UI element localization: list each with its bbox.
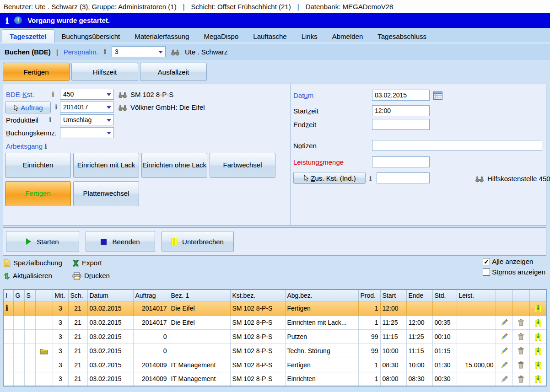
delete-row-button[interactable] — [512, 358, 529, 372]
column-header-datum[interactable]: Datum — [87, 290, 133, 301]
tab-materialerfassung[interactable]: Materialerfassung — [127, 30, 196, 43]
column-header-abgbez[interactable]: Abg.bez. — [285, 290, 358, 301]
column-header-prod[interactable]: Prod. — [358, 290, 380, 301]
document-icon — [4, 258, 11, 267]
cell-prod: 1 — [358, 358, 380, 372]
tab-megadispo[interactable]: MegaDispo — [196, 30, 246, 43]
cell-i — [3, 358, 13, 372]
grid-toolbar: SpezialbuchungExportAktualisierenDrucken… — [3, 258, 546, 288]
cell-abgbez: Fertigen — [285, 358, 358, 372]
bde-kst-lookup: SM 102 8-P-S — [119, 91, 173, 98]
calendar-icon[interactable] — [433, 91, 442, 100]
column-header-start[interactable]: Start — [380, 290, 406, 301]
tab-lauftasche[interactable]: Lauftasche — [246, 30, 294, 43]
delete-row-button[interactable] — [512, 315, 529, 329]
edit-row-button[interactable] — [496, 315, 512, 329]
table-row[interactable]: 32103.02.20150SM 102 8-P-SPutzen9911:151… — [3, 329, 547, 344]
column-header-mit[interactable]: Mit. — [53, 290, 68, 301]
auftrag-button[interactable]: Auftrag — [5, 102, 51, 113]
info-icon: i — [44, 143, 47, 150]
cell-ende: 11:25 — [406, 329, 432, 344]
checkbox-alle-anzeigen[interactable]: ✓Alle anzeigen — [483, 258, 533, 265]
arbeitsgang-button-einrichten-ohne-lack[interactable]: Einrichten ohne Lack — [141, 153, 207, 178]
insert-break-button[interactable] — [529, 358, 547, 372]
insert-break-icon — [535, 347, 541, 355]
unterbrechen-button[interactable]: Unterbrechen — [162, 231, 234, 252]
arbeitsgang-button-farbwechsel[interactable]: Farbwechsel — [210, 153, 275, 178]
column-header-std[interactable]: Std. — [432, 290, 457, 301]
column-header-bez1[interactable]: Bez. 1 — [169, 290, 230, 301]
chevron-down-icon — [107, 119, 111, 122]
info-icon: i — [5, 16, 9, 26]
edit-row-button[interactable] — [496, 372, 512, 386]
checkbox-label: Stornos anzeigen — [492, 268, 545, 276]
export-button[interactable]: Export — [72, 258, 110, 267]
arbeitsgang-button-einrichten[interactable]: Einrichten — [5, 153, 71, 178]
column-header-g[interactable]: G — [13, 290, 24, 301]
checkbox-checked-icon[interactable]: ✓ — [483, 258, 490, 265]
mode-button-hilfszeit[interactable]: Hilfszeit — [71, 63, 138, 81]
insert-break-button[interactable] — [529, 344, 547, 358]
delete-row-button[interactable] — [512, 329, 529, 344]
cell-auftrag: 0 — [133, 344, 169, 358]
zus-kst-input[interactable] — [377, 172, 430, 183]
starten-button[interactable]: Starten — [6, 231, 79, 252]
column-header-icons17[interactable] — [512, 290, 529, 301]
buchungskennz-combo[interactable] — [60, 127, 114, 138]
leistungsmenge-input[interactable] — [372, 156, 430, 167]
column-header-ende[interactable]: Ende — [406, 290, 432, 301]
produktteil-combo[interactable]: Umschlag — [60, 114, 114, 125]
tab-buchungsübersicht[interactable]: Buchungsübersicht — [54, 30, 128, 43]
edit-row-button[interactable] — [496, 358, 512, 372]
tab-abmelden[interactable]: Abmelden — [325, 30, 371, 43]
aktualisieren-button[interactable]: Aktualisieren — [4, 272, 72, 280]
arbeitsgang-button-einrichten-mit-lack[interactable]: Einrichten mit Lack — [73, 153, 139, 178]
column-header-icons16[interactable] — [496, 290, 512, 301]
produktteil-label: Produktteil — [6, 116, 38, 124]
edit-row-button[interactable] — [496, 344, 512, 358]
column-header-leist[interactable]: Leist. — [457, 290, 496, 301]
startzeit-input[interactable] — [372, 105, 430, 116]
tab-links[interactable]: Links — [294, 30, 325, 43]
insert-break-button[interactable] — [529, 315, 547, 329]
zus-kst-button[interactable]: Zus. Kst. (Ind.) — [293, 172, 366, 184]
bde-kst-combo[interactable]: 450 — [60, 89, 114, 100]
insert-break-button[interactable] — [529, 301, 547, 315]
endzeit-input[interactable] — [372, 119, 430, 130]
mode-button-fertigen[interactable]: Fertigen — [3, 63, 70, 81]
datum-input[interactable] — [372, 90, 430, 101]
tab-tagesabschluss[interactable]: Tagesabschluss — [370, 30, 434, 43]
trash-icon — [518, 347, 524, 354]
spezialbuchung-button[interactable]: Spezialbuchung — [4, 258, 72, 267]
column-header-s[interactable]: S — [24, 290, 35, 301]
table-row[interactable]: 32103.02.20152014017Die EifelSM 102 8-P-… — [3, 315, 547, 329]
arbeitsgang-button-plattenwechsel[interactable]: Plattenwechsel — [73, 181, 139, 206]
table-row[interactable]: 32103.02.20152014009IT ManagementSM 102 … — [3, 372, 547, 386]
beenden-button[interactable]: Beenden — [86, 231, 155, 252]
column-header-icons18[interactable] — [529, 290, 547, 301]
mode-button-ausfallzeit[interactable]: Ausfallzeit — [140, 63, 207, 81]
cell-mit: 3 — [53, 329, 68, 344]
column-header-kstbez[interactable]: Kst.bez. — [230, 290, 285, 301]
delete-row-button[interactable] — [512, 344, 529, 358]
column-header-sch[interactable]: Sch. — [68, 290, 87, 301]
insert-break-button[interactable] — [529, 372, 547, 386]
column-header-doc[interactable] — [35, 290, 53, 301]
personalnr-combo[interactable]: 3 — [112, 46, 166, 57]
table-row[interactable]: i32103.02.20152014017Die EifelSM 102 8-P… — [3, 301, 547, 315]
drucken-button[interactable]: Drucken — [72, 272, 110, 280]
checkbox-unchecked-icon[interactable] — [483, 268, 490, 276]
auftrag-combo[interactable]: 2014017 — [60, 102, 114, 113]
column-header-i[interactable]: I — [3, 290, 13, 301]
delete-row-button[interactable] — [512, 372, 529, 386]
pause-icon — [172, 238, 177, 245]
edit-row-button[interactable] — [496, 329, 512, 344]
tab-tageszettel[interactable]: Tageszettel — [2, 29, 54, 43]
notizen-input[interactable] — [372, 140, 542, 151]
table-row[interactable]: 32103.02.20150SM 102 8-P-STechn. Störung… — [3, 344, 547, 358]
insert-break-button[interactable] — [529, 329, 547, 344]
arbeitsgang-button-fertigen[interactable]: Fertigen — [5, 181, 71, 206]
column-header-auftrag[interactable]: Auftrag — [133, 290, 169, 301]
checkbox-stornos-anzeigen[interactable]: Stornos anzeigen — [483, 268, 545, 276]
table-row[interactable]: 32103.02.20152014009IT ManagementSM 102 … — [3, 358, 547, 372]
